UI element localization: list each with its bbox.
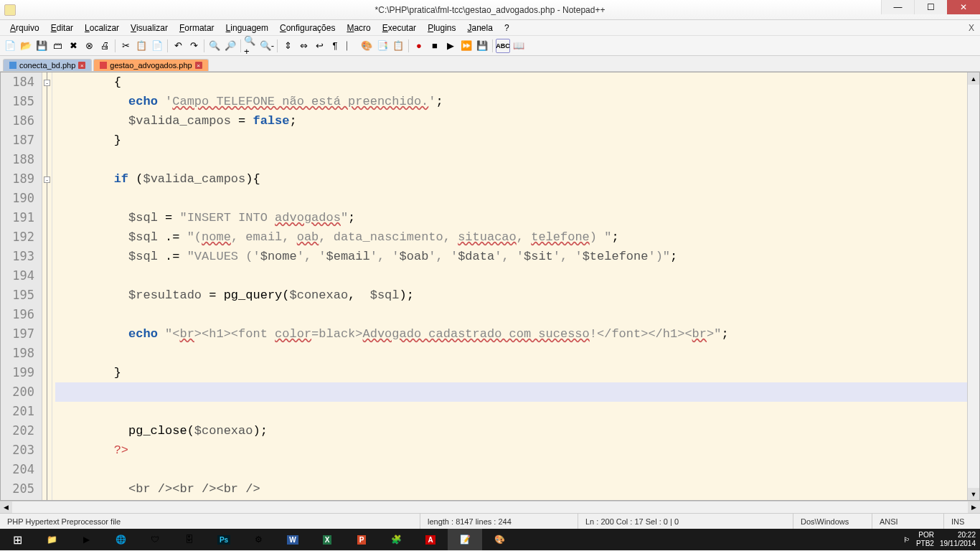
- menu-janela[interactable]: Janela: [462, 22, 499, 34]
- task-powerpoint[interactable]: P: [344, 529, 379, 550]
- menu-close-doc[interactable]: X: [969, 23, 974, 33]
- code-line[interactable]: $sql = "INSERT INTO advogados";: [55, 208, 967, 227]
- code-line[interactable]: $valida_campos = false;: [55, 111, 967, 131]
- code-line[interactable]: [55, 305, 967, 324]
- task-db[interactable]: 🗄: [172, 529, 207, 550]
- spell-next-icon[interactable]: 📖: [512, 39, 526, 53]
- code-line[interactable]: echo 'Campo TELEFONE não está preenchido…: [55, 92, 967, 111]
- function-list-icon[interactable]: 📋: [391, 39, 405, 53]
- scroll-track[interactable]: [12, 501, 968, 513]
- play-multi-icon[interactable]: ⏩: [459, 39, 473, 53]
- tray-flag-icon[interactable]: 🏳: [903, 536, 910, 544]
- wrap-icon[interactable]: ↩: [312, 39, 326, 53]
- spell-check-icon[interactable]: ABC: [496, 39, 510, 53]
- zoom-out-icon[interactable]: 🔍-: [260, 39, 274, 53]
- task-paint[interactable]: 🎨: [482, 529, 517, 550]
- copy-icon[interactable]: 📋: [134, 39, 149, 53]
- tab-close-icon[interactable]: ×: [78, 62, 85, 69]
- close-icon[interactable]: ✖: [66, 39, 80, 53]
- status-insert-mode[interactable]: INS: [944, 514, 980, 529]
- menu-localizar[interactable]: Localizar: [79, 22, 125, 34]
- task-pdf[interactable]: A: [413, 529, 448, 550]
- menu-linguagem[interactable]: Linguagem: [220, 22, 274, 34]
- task-app1[interactable]: 🛡: [138, 529, 172, 550]
- close-all-icon[interactable]: ⊗: [82, 39, 96, 53]
- code-line[interactable]: ?>: [55, 441, 967, 460]
- open-file-icon[interactable]: 📂: [19, 39, 33, 53]
- task-explorer[interactable]: 📁: [34, 529, 69, 550]
- code-line[interactable]: }: [55, 363, 967, 382]
- record-macro-icon[interactable]: ●: [412, 39, 426, 53]
- sync-v-icon[interactable]: ⇕: [281, 39, 295, 53]
- fold-toggle-icon[interactable]: -: [44, 176, 50, 183]
- task-notepadpp[interactable]: 📝: [448, 529, 482, 550]
- scroll-left-icon[interactable]: ◀: [0, 501, 12, 513]
- code-area[interactable]: { echo 'Campo TELEFONE não está preenchi…: [52, 72, 967, 500]
- scroll-up-icon[interactable]: ▲: [968, 72, 979, 85]
- maximize-button[interactable]: ☐: [914, 0, 947, 14]
- scroll-right-icon[interactable]: ▶: [968, 501, 980, 513]
- stop-macro-icon[interactable]: ■: [428, 39, 442, 53]
- fold-toggle-icon[interactable]: -: [44, 80, 50, 86]
- code-line[interactable]: $sql .= "(nome, email, oab, data_nascime…: [55, 227, 967, 247]
- code-line[interactable]: [55, 189, 967, 208]
- task-chrome[interactable]: 🌐: [103, 529, 138, 550]
- task-app2[interactable]: ⚙: [241, 529, 275, 550]
- code-line[interactable]: <br /><br /><br />: [55, 479, 967, 499]
- tray-language[interactable]: POR PTB2: [916, 531, 934, 548]
- cut-icon[interactable]: ✂: [118, 39, 133, 53]
- code-line[interactable]: [55, 150, 967, 169]
- vertical-scrollbar[interactable]: ▲ ▼: [967, 72, 979, 500]
- show-all-chars-icon[interactable]: ¶: [328, 39, 342, 53]
- code-line[interactable]: $sql .= "VALUES ('$nome', '$email', '$oa…: [55, 247, 967, 266]
- menu-plugins[interactable]: Plugins: [422, 22, 461, 34]
- menu-formatar[interactable]: Formatar: [174, 22, 220, 34]
- code-line[interactable]: $resultado = pg_query($conexao, $sql);: [55, 286, 967, 305]
- new-file-icon[interactable]: 📄: [3, 39, 17, 53]
- scroll-down-icon[interactable]: ▼: [968, 488, 979, 500]
- minimize-button[interactable]: —: [881, 0, 914, 14]
- task-app3[interactable]: 🧩: [379, 529, 413, 550]
- tab-conecta-bd[interactable]: conecta_bd.php ×: [3, 59, 92, 71]
- task-word[interactable]: W: [275, 529, 310, 550]
- code-line[interactable]: echo "<br><h1><font color=black>Advogado…: [55, 324, 967, 344]
- code-line[interactable]: }: [55, 131, 967, 150]
- code-line[interactable]: pg_close($conexao);: [55, 421, 967, 441]
- save-macro-icon[interactable]: 💾: [475, 39, 489, 53]
- save-all-icon[interactable]: 🗃: [50, 39, 65, 53]
- horizontal-scrollbar[interactable]: ◀ ▶: [0, 501, 980, 513]
- menu-arquivo[interactable]: Arquivo: [4, 22, 45, 34]
- task-photoshop[interactable]: Ps: [207, 529, 241, 550]
- start-button[interactable]: ⊞: [0, 529, 34, 550]
- code-line[interactable]: {: [55, 72, 967, 92]
- redo-icon[interactable]: ↷: [187, 39, 201, 53]
- zoom-in-icon[interactable]: 🔍+: [244, 39, 258, 53]
- close-button[interactable]: ✕: [947, 0, 980, 14]
- code-line[interactable]: if ($valida_campos){: [55, 169, 967, 189]
- task-excel[interactable]: X: [310, 529, 344, 550]
- tray-clock[interactable]: 20:22 19/11/2014: [940, 531, 976, 548]
- find-icon[interactable]: 🔍: [207, 39, 222, 53]
- print-icon[interactable]: 🖨: [98, 39, 112, 53]
- code-line[interactable]: [55, 382, 967, 402]
- task-media[interactable]: ▶: [69, 529, 103, 550]
- menu-executar[interactable]: Executar: [377, 22, 422, 34]
- menu-editar[interactable]: Editar: [45, 22, 79, 34]
- code-line[interactable]: [55, 266, 967, 286]
- sync-h-icon[interactable]: ⇔: [296, 39, 311, 53]
- status-encoding[interactable]: ANSI: [872, 514, 944, 529]
- menu-visualizar[interactable]: Visualizar: [125, 22, 174, 34]
- indent-guide-icon[interactable]: ⎸: [344, 39, 358, 53]
- doc-map-icon[interactable]: 📑: [375, 39, 390, 53]
- code-line[interactable]: [55, 344, 967, 363]
- menu-help[interactable]: ?: [499, 22, 515, 34]
- code-line[interactable]: [55, 460, 967, 479]
- replace-icon[interactable]: 🔎: [223, 39, 237, 53]
- menu-macro[interactable]: Macro: [341, 22, 376, 34]
- play-macro-icon[interactable]: ▶: [443, 39, 458, 53]
- code-line[interactable]: [55, 402, 967, 421]
- tab-close-icon[interactable]: ×: [195, 62, 202, 69]
- undo-icon[interactable]: ↶: [171, 39, 185, 53]
- menu-configuracoes[interactable]: Configurações: [274, 22, 341, 34]
- user-lang-icon[interactable]: 🎨: [359, 39, 374, 53]
